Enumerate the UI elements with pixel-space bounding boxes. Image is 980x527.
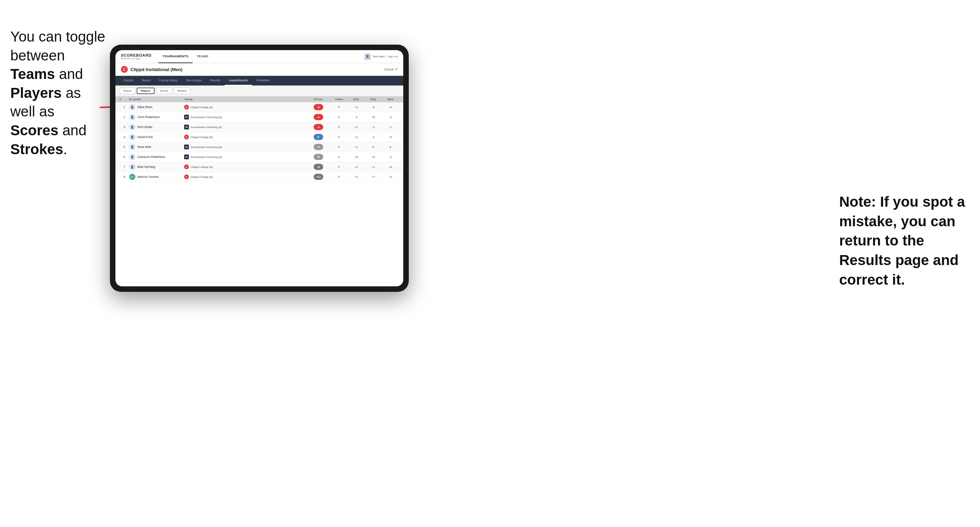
team-logo-c-4: C [184,135,189,140]
col-thru: THRU [331,98,348,101]
table-row: 8 MT Marcus Turners C Clippd College [A]… [115,172,403,182]
total-3: -2 [313,124,323,130]
table-row: 7 👤 Blair McHarg C Clippd College [A] +8… [115,162,403,172]
player-name-4: David Ford [137,135,153,139]
pos-6: 6 [119,155,129,159]
rd3-2: -4 [382,116,399,119]
team-cell-4: C Clippd College [A] [184,135,306,140]
rd1-6: +5 [348,156,365,159]
col-total: TOTAL [306,98,331,101]
total-4: E [313,134,323,140]
player-cell-2: 👤 Chris Robertson [129,114,184,120]
player-name-2: Chris Robertson [137,115,160,119]
user-avatar-icon: 👤 [364,54,371,60]
team-cell-3: SB Scoreboard University [A] [184,125,306,129]
thru-5: F [331,146,348,149]
team-cell-2: SB Scoreboard University [A] [184,115,306,119]
pos-5: 5 [119,145,129,149]
col-team: TEAM [184,98,306,101]
thru-1: F [331,106,348,109]
rd3-4: +3 [382,136,399,139]
total-7: +8 [313,164,323,170]
col-player: PLAYER [129,98,184,101]
subnav-course-setup[interactable]: Course Setup [154,76,182,86]
player-name-1: Elliot Ebert [137,105,153,109]
player-name-8: Marcus Turners [137,175,159,179]
pos-8: 8 [119,175,129,179]
avatar-2: 👤 [129,114,135,120]
sub-nav: Details Teams Course Setup Tee Groups Re… [115,76,403,86]
avatar-4: 👤 [129,134,135,140]
thru-4: F [331,136,348,139]
subnav-results[interactable]: Results [206,76,225,86]
rd2-7: +1 [365,165,382,168]
player-cell-8: MT Marcus Turners [129,174,184,180]
table-row: 4 👤 David Ford C Clippd College [A] E F … [115,132,403,142]
table-row: 5 👤 Rees Britt SB Scoreboard University … [115,142,403,152]
rd3-6: -1 [382,156,399,159]
player-cell-4: 👤 David Ford [129,134,184,140]
avatar-1: 👤 [129,104,135,110]
subnav-tee-groups[interactable]: Tee Groups [182,76,206,86]
rd2-6: +2 [365,156,382,159]
avatar-3: 👤 [129,124,135,130]
toggle-scores-button[interactable]: Scores [156,87,172,94]
tournament-header: C Clippd Invitational (Men) Cancel ✕ [115,63,403,76]
left-annotation: You can toggle between Teams and Players… [10,27,107,159]
rd1-4: +1 [348,136,365,139]
rd2-3: -2 [365,125,382,129]
tablet-screen: SCOREBOARD Powered by clippd TOURNAMENTS… [115,50,403,286]
team-logo-sb-6: SB [184,154,189,159]
total-5: +1 [313,144,323,150]
cancel-button[interactable]: Cancel ✕ [384,68,398,71]
subnav-details[interactable]: Details [119,76,137,86]
bold-players: Players [10,85,62,101]
rd1-5: +1 [348,146,365,149]
table-row: 2 👤 Chris Robertson SB Scoreboard Univer… [115,112,403,122]
player-cell-3: 👤 Rich Butler [129,124,184,130]
nav-teams[interactable]: TEAMS [193,50,213,63]
toggle-strokes-button[interactable]: Strokes [173,87,190,94]
player-cell-6: 👤 Cameron Robertson [129,154,184,160]
thru-2: F [331,116,348,119]
thru-7: F [331,165,348,168]
rd2-2: +5 [365,116,382,119]
bold-strokes: Strokes [10,141,63,157]
toggle-players-button[interactable]: Players [137,87,154,94]
team-logo-c-8: C [184,175,189,179]
player-name-3: Rich Butler [137,125,153,129]
subnav-printables[interactable]: Printables [252,76,274,86]
total-8: +11 [313,174,323,180]
total-1: -8 [313,104,323,110]
team-cell-6: SB Scoreboard University [A] [184,154,306,159]
nav-links: TOURNAMENTS TEAMS [158,50,364,63]
thru-3: F [331,125,348,129]
nav-tournaments[interactable]: TOURNAMENTS [158,50,192,63]
col-rd1: RD1 [348,98,365,101]
clippd-logo-circle: C [121,66,128,73]
logo-text: SCOREBOARD [121,53,151,57]
tablet-frame: SCOREBOARD Powered by clippd TOURNAMENTS… [110,44,409,292]
player-cell-5: 👤 Rees Britt [129,144,184,150]
rd2-5: E [365,146,382,149]
table-row: 6 👤 Cameron Robertson SB Scoreboard Univ… [115,152,403,162]
subnav-teams[interactable]: Teams [137,76,155,86]
table-row: 3 👤 Rich Butler SB Scoreboard University… [115,122,403,132]
player-name-7: Blair McHarg [137,165,155,168]
team-logo-c-1: C [184,105,189,110]
player-cell-7: 👤 Blair McHarg [129,164,184,170]
col-hash: # [119,98,129,101]
sign-out-link[interactable]: Sign out [388,55,398,58]
col-rd3: RD3 [382,98,399,101]
rd1-3: +1 [348,125,365,129]
nav-right: 👤 Test User | Sign out [364,54,398,60]
logo-area: SCOREBOARD Powered by clippd [121,53,151,60]
player-cell-1: 👤 Elliot Ebert [129,104,184,110]
pos-3: 3 [119,125,129,129]
team-cell-7: C Clippd College [A] [184,165,306,169]
total-6: +6 [313,154,323,160]
thru-8: F [331,175,348,179]
bold-scores: Scores [10,122,58,138]
subnav-leaderboards[interactable]: Leaderboards [225,76,252,86]
toggle-teams-button[interactable]: Teams [119,87,135,94]
